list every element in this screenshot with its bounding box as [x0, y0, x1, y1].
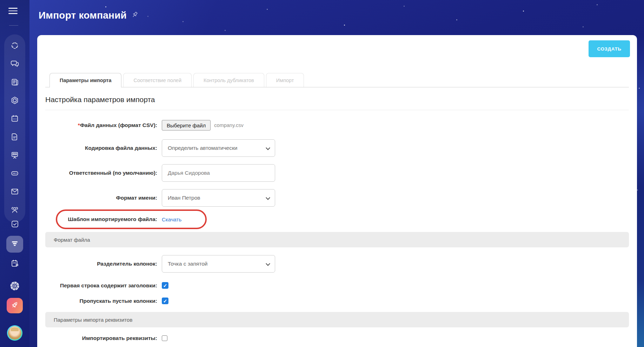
import-requisites-label: Импортировать реквизиты:	[45, 335, 162, 341]
encoding-label: Кодировка файла данных:	[45, 145, 162, 151]
first-row-headers-label: Первая строка содержит заголовки:	[45, 282, 162, 289]
sidebar-item-pulse[interactable]	[4, 37, 25, 55]
encoding-select[interactable]: Определить автоматически	[162, 139, 275, 157]
separator-field-row: Разделитель колонок: Точка с запятой	[45, 255, 629, 273]
sidebar-item-workgroups[interactable]	[4, 92, 25, 110]
sidebar	[0, 0, 29, 347]
checkmark-icon: ✓	[163, 283, 167, 288]
sidebar-item-people[interactable]	[4, 201, 25, 220]
page-title: Импорт компаний	[39, 10, 127, 21]
pulse-icon	[10, 41, 19, 52]
skip-empty-row: Пропускать пустые колонки: ✓	[45, 298, 629, 304]
pin-icon[interactable]	[131, 11, 139, 20]
rocket-icon	[11, 301, 19, 311]
requisites-section-bar: Параметры импорта реквизитов	[45, 312, 629, 327]
chat-bubbles-icon	[10, 59, 19, 70]
page-header: Импорт компаний	[39, 10, 139, 21]
name-format-field-row: Формат имени: Иван Петров	[45, 189, 629, 207]
import-requisites-row: Импортировать реквизиты:	[45, 335, 629, 341]
skip-empty-label: Пропускать пустые колонки:	[45, 298, 162, 304]
funnel-icon	[10, 239, 19, 249]
sidebar-item-documents[interactable]	[4, 128, 25, 147]
chevron-down-icon	[266, 195, 270, 200]
news-feed-icon	[10, 78, 19, 88]
responsible-label: Ответственный (по умолчанию):	[45, 170, 162, 176]
tab-import-parameters[interactable]: Параметры импорта	[49, 73, 121, 87]
first-row-headers-row: Первая строка содержит заголовки: ✓	[45, 282, 629, 289]
sidebar-item-market[interactable]	[7, 298, 23, 313]
tab-field-mapping[interactable]: Соответствие полей	[123, 73, 192, 87]
chevron-down-icon	[266, 261, 270, 266]
tab-duplicate-control[interactable]: Контроль дубликатов	[193, 73, 264, 87]
app-root: Импорт компаний СОЗДАТЬ Параметры импорт…	[0, 0, 644, 347]
drive-icon	[10, 169, 19, 179]
hexagon-icon	[10, 96, 19, 106]
sidebar-item-boards[interactable]	[4, 147, 25, 165]
requisites-section-title: Параметры импорта реквизитов	[54, 317, 132, 323]
sidebar-item-mail[interactable]	[4, 183, 25, 201]
content-card: СОЗДАТЬ Параметры импорта Соответствие п…	[37, 35, 637, 347]
tab-bar: Параметры импорта Соответствие полей Кон…	[45, 73, 629, 87]
name-format-select[interactable]: Иван Петров	[162, 189, 275, 207]
sidebar-item-settings[interactable]	[4, 281, 25, 292]
file-field-row: *Файл данных (формат CSV): Выберите файл…	[45, 120, 629, 131]
mail-icon	[10, 187, 19, 198]
user-avatar[interactable]	[7, 325, 22, 341]
file-format-section-bar: Формат файла	[45, 232, 629, 247]
sidebar-item-tasks[interactable]	[4, 219, 25, 230]
sidebar-divider	[9, 25, 18, 26]
menu-icon[interactable]	[8, 8, 18, 16]
name-format-label: Формат имени:	[45, 195, 162, 201]
tasks-check-icon	[10, 219, 20, 230]
encoding-selected-value: Определить автоматически	[168, 145, 237, 151]
name-format-selected-value: Иван Петров	[168, 195, 200, 201]
sidebar-item-automation[interactable]	[4, 259, 25, 269]
sidebar-item-calendar[interactable]	[4, 110, 25, 128]
separator-selected-value: Точка с запятой	[168, 261, 207, 267]
choose-file-button[interactable]: Выберите файл	[162, 120, 211, 131]
file-field-label: *Файл данных (формат CSV):	[45, 122, 162, 128]
file-format-section-title: Формат файла	[54, 237, 90, 243]
sidebar-item-feed[interactable]	[4, 74, 25, 92]
avatar-photo	[8, 326, 21, 340]
import-requisites-checkbox[interactable]	[162, 335, 167, 341]
form-heading: Настройка параметров импорта	[45, 95, 629, 104]
sidebar-icon-rail	[4, 34, 25, 222]
sidebar-item-crm-active[interactable]	[6, 236, 23, 253]
presentation-board-icon	[10, 151, 19, 161]
first-row-headers-checkbox[interactable]: ✓	[162, 282, 168, 289]
separator-label: Разделитель колонок:	[45, 261, 162, 267]
create-button[interactable]: СОЗДАТЬ	[589, 40, 630, 57]
checkmark-icon: ✓	[163, 298, 167, 304]
chosen-file-name: company.csv	[214, 122, 244, 128]
skip-empty-checkbox[interactable]: ✓	[162, 298, 168, 304]
template-label: Шаблон импортируемого файла:	[45, 216, 162, 222]
sidebar-item-messenger[interactable]	[4, 55, 25, 74]
separator-select[interactable]: Точка с запятой	[162, 255, 275, 273]
responsible-input[interactable]: Дарья Сидорова	[162, 164, 275, 182]
main-area: Импорт компаний СОЗДАТЬ Параметры импорт…	[29, 0, 644, 347]
gear-icon	[10, 281, 20, 292]
template-field-row: Шаблон импортируемого файла: Скачать	[45, 212, 629, 227]
calendar-icon	[10, 114, 19, 125]
chevron-down-icon	[266, 146, 270, 150]
sidebar-item-drive[interactable]	[4, 165, 25, 183]
document-icon	[10, 132, 19, 143]
people-icon	[10, 205, 19, 216]
heading-separator	[45, 110, 629, 110]
tab-import[interactable]: Импорт	[266, 73, 304, 87]
responsible-value: Дарья Сидорова	[168, 170, 210, 176]
responsible-field-row: Ответственный (по умолчанию): Дарья Сидо…	[45, 164, 629, 182]
clipboard-icon	[10, 259, 20, 269]
encoding-field-row: Кодировка файла данных: Определить автом…	[45, 139, 629, 157]
download-template-link[interactable]: Скачать	[162, 216, 181, 222]
